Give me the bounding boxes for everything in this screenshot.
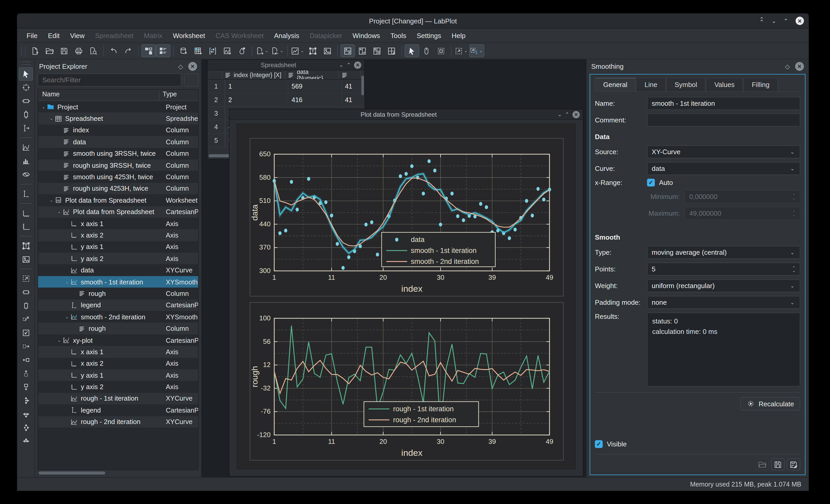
float-icon[interactable]: ◇: [785, 63, 790, 70]
tree-row-rough[interactable]: roughColumn: [38, 323, 198, 334]
fit-width-button[interactable]: [19, 285, 33, 299]
expander-icon[interactable]: ⌄: [64, 279, 70, 284]
row-number[interactable]: 5: [208, 134, 225, 147]
chevron-down-icon[interactable]: ⌄: [479, 48, 482, 53]
new-workbook-button[interactable]: [176, 44, 191, 57]
float-icon[interactable]: ◇: [178, 63, 183, 70]
close-icon[interactable]: ✕: [572, 111, 580, 118]
print-preview-button[interactable]: [86, 44, 101, 57]
tree-row-rough-using-3rssh-twice[interactable]: rough using 3RSSH, twiceColumn: [38, 159, 198, 171]
print-button[interactable]: [71, 44, 86, 57]
minimize-icon[interactable]: ⌄: [339, 62, 343, 68]
zoom-in-selection-button[interactable]: [19, 312, 33, 326]
menu-tools[interactable]: Tools: [385, 29, 412, 41]
cursor-line-button[interactable]: [19, 122, 33, 135]
new-spreadsheet-button[interactable]: [191, 44, 205, 57]
histogram-button[interactable]: [19, 154, 33, 168]
menu-edit[interactable]: Edit: [43, 29, 65, 41]
tree-row-xy-plot[interactable]: ⌄xy-plotCartesianPlot: [38, 334, 198, 346]
tree-row-data[interactable]: dataXYCurve: [38, 264, 198, 276]
menu-help[interactable]: Help: [447, 29, 471, 41]
spreadsheet-titlebar[interactable]: Spreadsheet ⌄ ⌃ ✕: [208, 60, 364, 70]
new-notes-button[interactable]: [234, 44, 249, 57]
type-column-header[interactable]: Type: [160, 90, 198, 101]
shift-down-button[interactable]: [19, 380, 33, 394]
new-document-button[interactable]: [28, 44, 42, 57]
cell[interactable]: 2: [225, 93, 289, 106]
tab-general[interactable]: General: [595, 78, 636, 91]
weight-select[interactable]: uniform (rectangular)⌄: [647, 279, 800, 292]
maximize-icon[interactable]: ⌃: [784, 18, 788, 24]
tree-row-project[interactable]: ⌄ProjectProject: [38, 101, 198, 113]
tab-line[interactable]: Line: [636, 78, 666, 91]
cell[interactable]: 1: [225, 80, 289, 93]
tree-row-y-axis-2[interactable]: y axis 2Axis: [38, 253, 198, 264]
maximize-icon[interactable]: ⌃: [565, 111, 569, 117]
xrange-auto-checkbox[interactable]: ✓: [647, 179, 655, 187]
tree-row-smooth-2nd-iteration[interactable]: ⌄smooth - 2nd iterationXYSmooth: [38, 311, 198, 323]
new-worksheet-button[interactable]: [220, 44, 234, 57]
plot-window-titlebar[interactable]: Plot data from Spreadsheet ⌄ ⌃ ✕: [229, 109, 583, 120]
tree-row-smooth-1st-iteration[interactable]: ⌄smooth - 1st iterationXYSmooth: [38, 276, 198, 288]
column-header-3[interactable]: [339, 70, 361, 79]
tree-row-spreadsheet[interactable]: ⌄SpreadsheetSpreadsheet: [38, 113, 198, 125]
column-header-1[interactable]: index {Integer} [X]: [222, 70, 285, 79]
spreadsheet-column-headers[interactable]: index {Integer} [X]data {Numeric}: [208, 70, 364, 80]
cell[interactable]: 41: [342, 93, 364, 106]
auto-fit-button[interactable]: ⌄: [454, 44, 469, 57]
scale-auto-y-button[interactable]: [19, 421, 33, 434]
comment-field[interactable]: [647, 113, 800, 127]
menu-analysis[interactable]: Analysis: [269, 29, 305, 41]
new-matrix-button[interactable]: [205, 44, 220, 57]
export-button[interactable]: ⌄: [270, 44, 285, 57]
tab-symbol[interactable]: Symbol: [666, 78, 706, 91]
crosshair-button[interactable]: [19, 81, 33, 94]
close-icon[interactable]: ✕: [354, 61, 361, 68]
row-number[interactable]: 2: [208, 93, 225, 106]
name-column-header[interactable]: Name: [38, 90, 160, 101]
tab-filling[interactable]: Filling: [743, 78, 778, 91]
tree-column-headers[interactable]: Name Type: [38, 90, 198, 101]
tree-row-rough-1st-iteration[interactable]: rough - 1st iterationXYCurve: [38, 393, 198, 404]
row-number[interactable]: 4: [208, 120, 225, 133]
tree-row-x-axis-1[interactable]: x axis 1Axis: [38, 218, 198, 230]
maximize-icon[interactable]: ⌃: [346, 62, 351, 68]
tree-row-y-axis-1[interactable]: y axis 1Axis: [38, 241, 198, 253]
zoom-fit-button[interactable]: [19, 272, 33, 285]
rough-plot[interactable]: 11120303949-120-76-321256100roughindexro…: [250, 302, 564, 461]
worksheet-canvas[interactable]: 11120303949300370440510580650dataindexda…: [237, 124, 576, 469]
expander-icon[interactable]: ⌄: [64, 314, 70, 319]
tree-row-smooth-using-4253h-twice[interactable]: smooth using 4253H, twiceColumn: [38, 171, 198, 183]
close-icon[interactable]: ✕: [796, 17, 804, 25]
tree-row-y-axis-2[interactable]: y axis 2Axis: [38, 381, 198, 393]
tree-row-data[interactable]: dataColumn: [38, 136, 198, 148]
layout-vertical-button[interactable]: [341, 44, 355, 57]
fit-height-button[interactable]: [19, 299, 33, 312]
save-button[interactable]: [771, 459, 785, 470]
tree-row-x-axis-2[interactable]: x axis 2Axis: [38, 358, 198, 369]
name-field[interactable]: smooth - 1st iteration: [647, 97, 800, 110]
import-button[interactable]: ⌄: [255, 44, 270, 57]
shift-right-button[interactable]: [19, 340, 33, 353]
select-vertical-button[interactable]: [19, 108, 33, 122]
legend-button[interactable]: [19, 187, 33, 201]
xy-curve-button[interactable]: [19, 141, 33, 154]
menu-settings[interactable]: Settings: [412, 29, 447, 41]
tree-row-plot-data-from-spreadsheet[interactable]: ⌄Plot data from SpreadsheetWorksheet: [38, 194, 198, 206]
tree-row-y-axis-1[interactable]: y axis 1Axis: [38, 369, 198, 381]
spinner-arrows-icon[interactable]: ⌃⌄: [792, 266, 796, 272]
chevron-down-icon[interactable]: ⌄: [464, 48, 468, 53]
minimize-icon[interactable]: ⌄: [771, 18, 776, 24]
expander-icon[interactable]: ⌄: [56, 209, 63, 214]
type-select[interactable]: moving average (central)⌄: [647, 246, 800, 259]
zoom-select-button[interactable]: [434, 44, 448, 57]
padding-mode-select[interactable]: none⌄: [647, 296, 800, 309]
expander-icon[interactable]: ⌄: [56, 338, 63, 342]
source-select[interactable]: XY-Curve⌄: [647, 145, 800, 158]
search-input[interactable]: [37, 73, 182, 87]
tree-row-smooth-using-3rssh-twice[interactable]: smooth using 3RSSH, twiceColumn: [38, 148, 198, 159]
curve-select[interactable]: data⌄: [647, 162, 800, 175]
menu-worksheet[interactable]: Worksheet: [168, 29, 211, 41]
column-header-2[interactable]: data {Numeric}: [285, 70, 339, 79]
cell[interactable]: 416: [289, 93, 342, 106]
